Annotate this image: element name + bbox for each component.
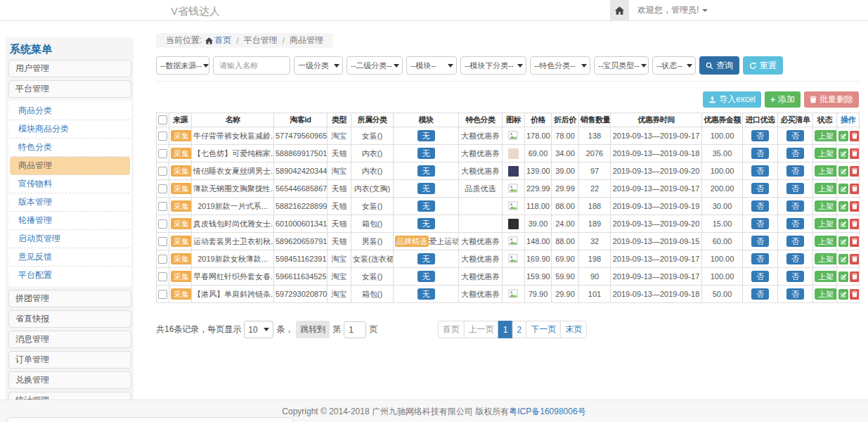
select-all-checkbox[interactable] <box>158 115 167 124</box>
icp-link[interactable]: 粤ICP备16098006号 <box>509 407 585 416</box>
status-badge[interactable]: 上架 <box>815 253 837 264</box>
sidebar-subitem-5[interactable]: 版本管理 <box>10 193 130 212</box>
user-menu[interactable]: 欢迎您，管理员! <box>629 0 708 20</box>
sidebar-subitem-6[interactable]: 轮播管理 <box>10 212 130 230</box>
row-checkbox[interactable] <box>158 132 167 141</box>
must-buy-badge[interactable]: 否 <box>786 271 804 282</box>
imported-badge[interactable]: 否 <box>751 200 769 212</box>
status-badge[interactable]: 上架 <box>815 200 837 212</box>
breadcrumb-home-link[interactable]: 首页 <box>214 34 231 46</box>
sidebar-item-2[interactable]: 拼团管理 <box>8 290 131 307</box>
pager-button-1[interactable]: 1 <box>498 321 513 338</box>
imported-badge[interactable]: 否 <box>751 218 769 229</box>
edit-button[interactable] <box>838 271 848 282</box>
edit-button[interactable] <box>838 236 848 247</box>
filter-select-2[interactable]: --二级分类-- <box>346 56 403 75</box>
imported-badge[interactable]: 否 <box>751 148 769 159</box>
pager-button-上一页[interactable]: 上一页 <box>464 321 499 338</box>
imported-badge[interactable]: 否 <box>751 183 769 194</box>
sidebar-item-3[interactable]: 省直快报 <box>8 310 131 328</box>
home-icon-button[interactable] <box>610 0 629 20</box>
row-checkbox[interactable] <box>158 202 167 211</box>
pager-button-末页[interactable]: 末页 <box>560 321 587 338</box>
edit-button[interactable] <box>838 254 848 264</box>
imported-badge[interactable]: 否 <box>751 130 769 141</box>
imported-badge[interactable]: 否 <box>751 165 769 177</box>
status-badge[interactable]: 上架 <box>815 130 837 141</box>
row-checkbox[interactable] <box>158 272 167 281</box>
row-checkbox[interactable] <box>158 167 167 176</box>
filter-select-3[interactable]: --模块-- <box>406 56 457 75</box>
pager-button-2[interactable]: 2 <box>512 321 527 338</box>
jump-button[interactable]: 跳转到 <box>296 321 330 338</box>
status-badge[interactable]: 上架 <box>815 148 837 159</box>
edit-button[interactable] <box>838 131 848 141</box>
filter-select-6[interactable]: --宝贝类型-- <box>594 56 649 75</box>
jump-page-input[interactable] <box>344 321 366 338</box>
status-badge[interactable]: 上架 <box>815 288 837 300</box>
must-buy-badge[interactable]: 否 <box>786 183 804 194</box>
imported-badge[interactable]: 否 <box>751 236 769 247</box>
sidebar-item-1[interactable]: 平台管理 <box>8 80 131 98</box>
imported-badge[interactable]: 否 <box>751 253 769 264</box>
pager-button-首页[interactable]: 首页 <box>438 321 465 338</box>
delete-button[interactable] <box>850 166 860 177</box>
delete-button[interactable] <box>850 289 860 300</box>
bulk-delete-button[interactable]: 批量删除 <box>804 91 859 108</box>
delete-button[interactable] <box>850 254 860 264</box>
delete-button[interactable] <box>850 219 860 229</box>
status-badge[interactable]: 上架 <box>815 218 837 229</box>
sidebar-item-4[interactable]: 消息管理 <box>8 331 131 348</box>
must-buy-badge[interactable]: 否 <box>786 218 804 229</box>
delete-button[interactable] <box>850 271 860 282</box>
must-buy-badge[interactable]: 否 <box>786 165 804 177</box>
status-badge[interactable]: 上架 <box>815 271 837 282</box>
sidebar-subitem-2[interactable]: 特色分类 <box>10 139 130 157</box>
edit-button[interactable] <box>838 219 848 229</box>
row-checkbox[interactable] <box>158 184 167 193</box>
edit-button[interactable] <box>838 201 848 212</box>
must-buy-badge[interactable]: 否 <box>786 253 804 264</box>
sidebar-subitem-7[interactable]: 启动页管理 <box>10 230 130 248</box>
row-checkbox[interactable] <box>158 219 167 229</box>
sidebar-item-7[interactable]: 统计管理 <box>8 392 131 399</box>
search-button[interactable]: 查询 <box>699 56 739 75</box>
name-search-input[interactable] <box>213 56 290 75</box>
row-checkbox[interactable] <box>158 149 167 158</box>
status-badge[interactable]: 上架 <box>815 236 837 247</box>
delete-button[interactable] <box>850 236 860 247</box>
must-buy-badge[interactable]: 否 <box>786 288 804 300</box>
reset-button[interactable]: 重置 <box>743 56 783 75</box>
sidebar-subitem-8[interactable]: 意见反馈 <box>10 248 130 267</box>
sidebar-subitem-4[interactable]: 宣传物料 <box>10 175 130 193</box>
sidebar-subitem-3[interactable]: 商品管理 <box>10 157 130 175</box>
imported-badge[interactable]: 否 <box>751 288 769 300</box>
sidebar-item-0[interactable]: 用户管理 <box>8 60 131 77</box>
sidebar-item-6[interactable]: 兑换管理 <box>8 371 131 389</box>
edit-button[interactable] <box>838 166 848 177</box>
per-page-select[interactable]: 10 <box>244 321 273 338</box>
row-checkbox[interactable] <box>158 290 167 299</box>
row-checkbox[interactable] <box>158 237 167 246</box>
delete-button[interactable] <box>850 131 860 141</box>
imported-badge[interactable]: 否 <box>751 271 769 282</box>
edit-button[interactable] <box>838 148 848 159</box>
filter-select-5[interactable]: --特色分类-- <box>530 56 590 75</box>
delete-button[interactable] <box>850 201 860 212</box>
row-checkbox[interactable] <box>158 255 167 264</box>
filter-select-4[interactable]: --模块下分类-- <box>460 56 526 75</box>
edit-button[interactable] <box>838 184 848 194</box>
filter-select-1[interactable]: 一级分类 <box>294 56 343 75</box>
must-buy-badge[interactable]: 否 <box>786 148 804 159</box>
must-buy-badge[interactable]: 否 <box>786 130 804 141</box>
sidebar-subitem-1[interactable]: 模块商品分类 <box>10 120 130 139</box>
pager-button-下一页[interactable]: 下一页 <box>526 321 561 338</box>
edit-button[interactable] <box>838 289 848 300</box>
status-badge[interactable]: 上架 <box>815 183 837 194</box>
sidebar-subitem-9[interactable]: 平台配置 <box>10 267 130 285</box>
delete-button[interactable] <box>850 184 860 194</box>
filter-select-0[interactable]: --数据来源-- <box>156 56 209 75</box>
import-excel-button[interactable]: 导入excel <box>703 91 761 108</box>
add-button[interactable]: + 添加 <box>765 91 801 108</box>
must-buy-badge[interactable]: 否 <box>786 200 804 212</box>
